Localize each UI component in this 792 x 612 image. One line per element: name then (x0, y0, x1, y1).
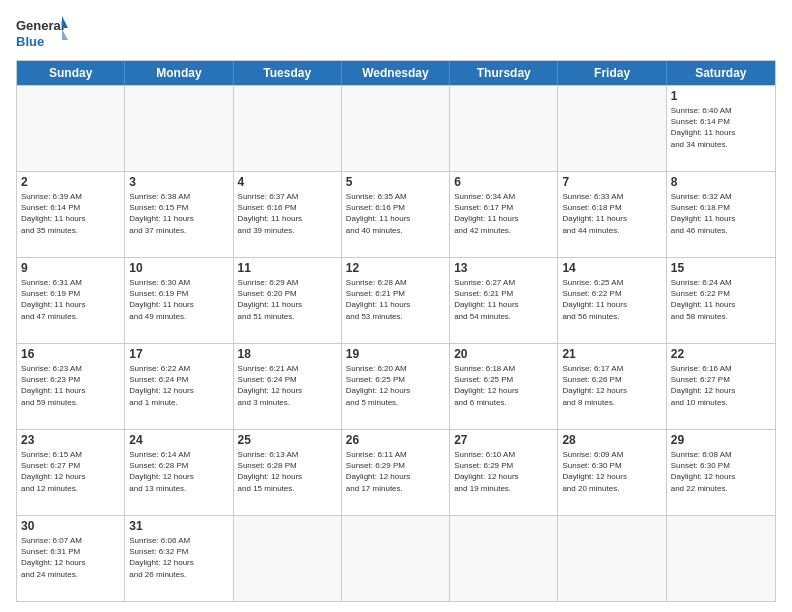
weekday-header: Wednesday (342, 61, 450, 85)
day-info: Sunrise: 6:20 AM Sunset: 6:25 PM Dayligh… (346, 363, 445, 408)
day-info: Sunrise: 6:13 AM Sunset: 6:28 PM Dayligh… (238, 449, 337, 494)
day-number: 30 (21, 519, 120, 533)
header: General Blue (16, 16, 776, 52)
calendar-row: 30Sunrise: 6:07 AM Sunset: 6:31 PM Dayli… (17, 515, 775, 601)
calendar-cell: 24Sunrise: 6:14 AM Sunset: 6:28 PM Dayli… (125, 430, 233, 515)
calendar-cell: 19Sunrise: 6:20 AM Sunset: 6:25 PM Dayli… (342, 344, 450, 429)
day-info: Sunrise: 6:38 AM Sunset: 6:15 PM Dayligh… (129, 191, 228, 236)
weekday-header: Thursday (450, 61, 558, 85)
day-number: 5 (346, 175, 445, 189)
day-info: Sunrise: 6:25 AM Sunset: 6:22 PM Dayligh… (562, 277, 661, 322)
calendar-cell: 8Sunrise: 6:32 AM Sunset: 6:18 PM Daylig… (667, 172, 775, 257)
day-number: 22 (671, 347, 771, 361)
calendar-row: 16Sunrise: 6:23 AM Sunset: 6:23 PM Dayli… (17, 343, 775, 429)
day-info: Sunrise: 6:32 AM Sunset: 6:18 PM Dayligh… (671, 191, 771, 236)
day-info: Sunrise: 6:07 AM Sunset: 6:31 PM Dayligh… (21, 535, 120, 580)
day-info: Sunrise: 6:18 AM Sunset: 6:25 PM Dayligh… (454, 363, 553, 408)
calendar-cell: 3Sunrise: 6:38 AM Sunset: 6:15 PM Daylig… (125, 172, 233, 257)
day-number: 20 (454, 347, 553, 361)
day-info: Sunrise: 6:39 AM Sunset: 6:14 PM Dayligh… (21, 191, 120, 236)
calendar-cell (667, 516, 775, 601)
day-number: 4 (238, 175, 337, 189)
weekday-header: Tuesday (234, 61, 342, 85)
calendar-cell: 15Sunrise: 6:24 AM Sunset: 6:22 PM Dayli… (667, 258, 775, 343)
day-number: 12 (346, 261, 445, 275)
calendar-cell: 17Sunrise: 6:22 AM Sunset: 6:24 PM Dayli… (125, 344, 233, 429)
day-info: Sunrise: 6:21 AM Sunset: 6:24 PM Dayligh… (238, 363, 337, 408)
day-info: Sunrise: 6:06 AM Sunset: 6:32 PM Dayligh… (129, 535, 228, 580)
weekday-header: Monday (125, 61, 233, 85)
day-number: 9 (21, 261, 120, 275)
calendar-cell: 25Sunrise: 6:13 AM Sunset: 6:28 PM Dayli… (234, 430, 342, 515)
day-info: Sunrise: 6:14 AM Sunset: 6:28 PM Dayligh… (129, 449, 228, 494)
day-number: 1 (671, 89, 771, 103)
day-info: Sunrise: 6:34 AM Sunset: 6:17 PM Dayligh… (454, 191, 553, 236)
calendar-cell: 1Sunrise: 6:40 AM Sunset: 6:14 PM Daylig… (667, 86, 775, 171)
logo: General Blue (16, 16, 68, 52)
svg-text:Blue: Blue (16, 34, 44, 49)
day-number: 28 (562, 433, 661, 447)
weekday-header: Saturday (667, 61, 775, 85)
day-info: Sunrise: 6:33 AM Sunset: 6:18 PM Dayligh… (562, 191, 661, 236)
calendar-cell: 28Sunrise: 6:09 AM Sunset: 6:30 PM Dayli… (558, 430, 666, 515)
calendar-cell: 20Sunrise: 6:18 AM Sunset: 6:25 PM Dayli… (450, 344, 558, 429)
day-number: 15 (671, 261, 771, 275)
day-number: 6 (454, 175, 553, 189)
day-number: 19 (346, 347, 445, 361)
calendar-cell (125, 86, 233, 171)
day-info: Sunrise: 6:10 AM Sunset: 6:29 PM Dayligh… (454, 449, 553, 494)
day-number: 24 (129, 433, 228, 447)
calendar-cell: 30Sunrise: 6:07 AM Sunset: 6:31 PM Dayli… (17, 516, 125, 601)
day-number: 26 (346, 433, 445, 447)
calendar-cell: 11Sunrise: 6:29 AM Sunset: 6:20 PM Dayli… (234, 258, 342, 343)
day-info: Sunrise: 6:31 AM Sunset: 6:19 PM Dayligh… (21, 277, 120, 322)
calendar-cell: 31Sunrise: 6:06 AM Sunset: 6:32 PM Dayli… (125, 516, 233, 601)
calendar-cell (342, 516, 450, 601)
day-info: Sunrise: 6:23 AM Sunset: 6:23 PM Dayligh… (21, 363, 120, 408)
calendar-cell (17, 86, 125, 171)
day-info: Sunrise: 6:24 AM Sunset: 6:22 PM Dayligh… (671, 277, 771, 322)
day-number: 23 (21, 433, 120, 447)
calendar-cell: 4Sunrise: 6:37 AM Sunset: 6:16 PM Daylig… (234, 172, 342, 257)
day-number: 18 (238, 347, 337, 361)
day-number: 17 (129, 347, 228, 361)
calendar-cell: 5Sunrise: 6:35 AM Sunset: 6:16 PM Daylig… (342, 172, 450, 257)
calendar-cell (450, 86, 558, 171)
calendar-cell: 12Sunrise: 6:28 AM Sunset: 6:21 PM Dayli… (342, 258, 450, 343)
calendar-cell: 26Sunrise: 6:11 AM Sunset: 6:29 PM Dayli… (342, 430, 450, 515)
calendar: SundayMondayTuesdayWednesdayThursdayFrid… (16, 60, 776, 602)
day-info: Sunrise: 6:29 AM Sunset: 6:20 PM Dayligh… (238, 277, 337, 322)
calendar-row: 9Sunrise: 6:31 AM Sunset: 6:19 PM Daylig… (17, 257, 775, 343)
day-number: 3 (129, 175, 228, 189)
day-info: Sunrise: 6:16 AM Sunset: 6:27 PM Dayligh… (671, 363, 771, 408)
day-info: Sunrise: 6:08 AM Sunset: 6:30 PM Dayligh… (671, 449, 771, 494)
calendar-row: 1Sunrise: 6:40 AM Sunset: 6:14 PM Daylig… (17, 85, 775, 171)
calendar-cell (234, 86, 342, 171)
calendar-row: 2Sunrise: 6:39 AM Sunset: 6:14 PM Daylig… (17, 171, 775, 257)
day-info: Sunrise: 6:11 AM Sunset: 6:29 PM Dayligh… (346, 449, 445, 494)
calendar-cell: 2Sunrise: 6:39 AM Sunset: 6:14 PM Daylig… (17, 172, 125, 257)
day-number: 31 (129, 519, 228, 533)
day-info: Sunrise: 6:37 AM Sunset: 6:16 PM Dayligh… (238, 191, 337, 236)
weekday-header: Sunday (17, 61, 125, 85)
day-number: 7 (562, 175, 661, 189)
day-info: Sunrise: 6:27 AM Sunset: 6:21 PM Dayligh… (454, 277, 553, 322)
logo-svg: General Blue (16, 16, 68, 52)
weekday-header: Friday (558, 61, 666, 85)
day-info: Sunrise: 6:35 AM Sunset: 6:16 PM Dayligh… (346, 191, 445, 236)
calendar-cell (450, 516, 558, 601)
calendar-cell: 29Sunrise: 6:08 AM Sunset: 6:30 PM Dayli… (667, 430, 775, 515)
calendar-row: 23Sunrise: 6:15 AM Sunset: 6:27 PM Dayli… (17, 429, 775, 515)
calendar-cell: 7Sunrise: 6:33 AM Sunset: 6:18 PM Daylig… (558, 172, 666, 257)
calendar-cell (342, 86, 450, 171)
calendar-cell: 18Sunrise: 6:21 AM Sunset: 6:24 PM Dayli… (234, 344, 342, 429)
day-number: 13 (454, 261, 553, 275)
day-info: Sunrise: 6:09 AM Sunset: 6:30 PM Dayligh… (562, 449, 661, 494)
calendar-body: 1Sunrise: 6:40 AM Sunset: 6:14 PM Daylig… (17, 85, 775, 601)
day-number: 25 (238, 433, 337, 447)
day-number: 21 (562, 347, 661, 361)
calendar-cell: 13Sunrise: 6:27 AM Sunset: 6:21 PM Dayli… (450, 258, 558, 343)
calendar-cell (234, 516, 342, 601)
svg-text:General: General (16, 18, 64, 33)
day-number: 29 (671, 433, 771, 447)
